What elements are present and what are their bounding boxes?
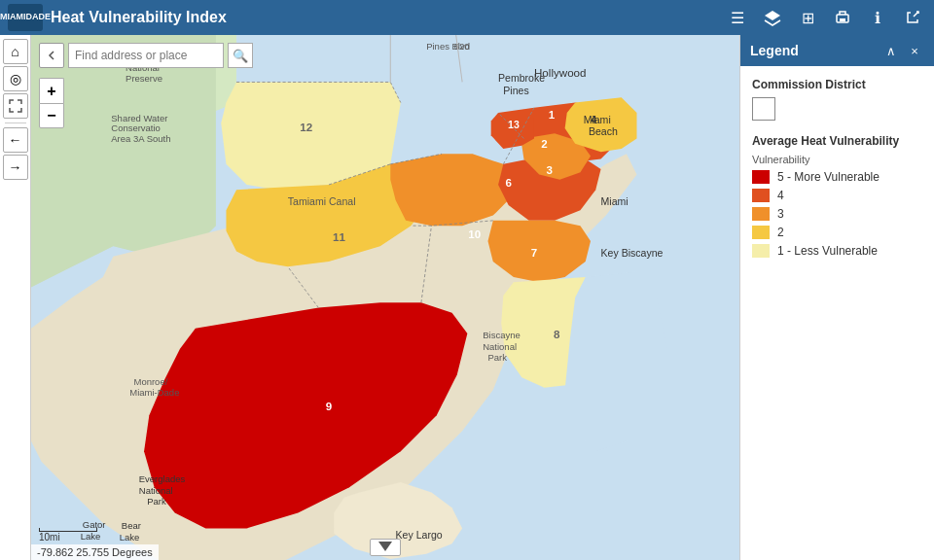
legend-item: 4 bbox=[752, 189, 922, 202]
expand-button[interactable] bbox=[370, 539, 401, 556]
svg-text:Key Biscayne: Key Biscayne bbox=[601, 247, 664, 259]
svg-text:Biscayne: Biscayne bbox=[483, 330, 520, 340]
svg-text:12: 12 bbox=[300, 121, 312, 133]
logo-line1: MIAMI bbox=[0, 13, 26, 22]
legend-swatch bbox=[752, 244, 770, 258]
legend-close-button[interactable]: × bbox=[905, 41, 924, 60]
zoom-controls: + − bbox=[39, 78, 64, 128]
svg-text:4: 4 bbox=[591, 114, 596, 125]
forward-button[interactable]: → bbox=[3, 155, 28, 180]
nav-back-button[interactable] bbox=[39, 43, 64, 68]
info-button[interactable]: ℹ bbox=[864, 4, 891, 31]
fullscreen-button[interactable] bbox=[3, 93, 28, 119]
legend-swatch bbox=[752, 207, 770, 221]
list-view-button[interactable]: ☰ bbox=[724, 4, 751, 31]
svg-text:Preserve: Preserve bbox=[126, 73, 162, 84]
avg-heat-vulnerability-title: Average Heat Vulnerability bbox=[752, 134, 922, 148]
svg-text:Tamiami Canal: Tamiami Canal bbox=[288, 195, 356, 207]
svg-text:8: 8 bbox=[554, 328, 560, 340]
svg-text:11: 11 bbox=[333, 230, 345, 243]
layers-button[interactable] bbox=[759, 4, 786, 31]
svg-text:National: National bbox=[483, 341, 517, 352]
svg-text:6: 6 bbox=[505, 176, 512, 189]
main-layout: ⌂ ◎ ← → bbox=[0, 35, 934, 560]
legend-title: Legend bbox=[750, 43, 799, 58]
legend-item: 1 - Less Vulnerable bbox=[752, 244, 922, 258]
legend-controls: ∧ × bbox=[881, 41, 924, 60]
scale-bar: 10mi bbox=[39, 528, 97, 542]
svg-text:National: National bbox=[139, 485, 173, 496]
page-title: Heat Vulnerability Index bbox=[51, 9, 716, 26]
legend-collapse-button[interactable]: ∧ bbox=[881, 41, 901, 60]
svg-text:Key Largo: Key Largo bbox=[396, 529, 443, 541]
svg-text:Monroe/: Monroe/ bbox=[134, 376, 168, 387]
map-container[interactable]: Hollywood Pembroke Pines Miami Beach Mia… bbox=[31, 35, 739, 560]
logo-line2: DADE bbox=[26, 13, 52, 22]
svg-text:Lake: Lake bbox=[120, 532, 140, 542]
legend-swatch bbox=[752, 226, 770, 239]
print-button[interactable] bbox=[829, 4, 856, 31]
svg-text:Miami: Miami bbox=[601, 195, 629, 207]
svg-text:Area 3A South: Area 3A South bbox=[111, 133, 170, 144]
back-button[interactable]: ← bbox=[3, 127, 28, 153]
svg-text:Bear: Bear bbox=[122, 520, 141, 531]
coordinates-display: -79.862 25.755 Degrees bbox=[31, 544, 159, 560]
svg-text:Miami-Dade: Miami-Dade bbox=[129, 387, 179, 398]
svg-text:Park: Park bbox=[488, 352, 508, 363]
left-toolbar: ⌂ ◎ ← → bbox=[0, 35, 31, 560]
svg-text:Everglades: Everglades bbox=[139, 473, 186, 484]
legend-item-label: 2 bbox=[777, 226, 784, 239]
svg-text:Miami: Miami bbox=[584, 114, 611, 125]
grid-view-button[interactable]: ⊞ bbox=[794, 4, 821, 31]
coordinate-text: -79.862 25.755 Degrees bbox=[37, 546, 153, 558]
legend-swatch bbox=[752, 189, 770, 202]
share-button[interactable] bbox=[899, 4, 926, 31]
svg-text:3: 3 bbox=[547, 163, 554, 176]
legend-item-label: 5 - More Vulnerable bbox=[777, 170, 880, 184]
svg-text:7: 7 bbox=[531, 246, 537, 259]
svg-text:620: 620 bbox=[454, 41, 470, 52]
home-button[interactable]: ⌂ bbox=[3, 39, 28, 64]
legend-item-label: 3 bbox=[777, 207, 784, 221]
legend-item-label: 4 bbox=[777, 189, 784, 202]
gps-button[interactable]: ◎ bbox=[3, 66, 28, 91]
svg-text:2: 2 bbox=[541, 137, 547, 150]
search-input[interactable] bbox=[68, 43, 224, 68]
search-bar: 🔍 bbox=[39, 43, 253, 68]
svg-text:Conservatio: Conservatio bbox=[111, 122, 161, 133]
svg-text:Shared Water: Shared Water bbox=[111, 113, 167, 123]
app-header: MIAMI DADE Heat Vulnerability Index ☰ ⊞ … bbox=[0, 0, 934, 35]
svg-text:10: 10 bbox=[468, 228, 481, 240]
svg-text:Pines: Pines bbox=[503, 85, 528, 96]
legend-content: Commission District Average Heat Vulnera… bbox=[740, 66, 934, 560]
legend-panel: Legend ∧ × Commission District Average H… bbox=[739, 35, 934, 560]
svg-text:9: 9 bbox=[326, 400, 333, 412]
search-button[interactable]: 🔍 bbox=[228, 43, 253, 68]
svg-text:1: 1 bbox=[549, 108, 556, 121]
legend-item: 2 bbox=[752, 226, 922, 239]
legend-header: Legend ∧ × bbox=[740, 35, 934, 66]
svg-text:Park: Park bbox=[147, 496, 166, 507]
vulnerability-sub-label: Vulnerability bbox=[752, 154, 810, 165]
zoom-out-button[interactable]: − bbox=[39, 103, 64, 128]
legend-swatch bbox=[752, 170, 770, 184]
commission-district-icon bbox=[752, 97, 775, 121]
legend-items-list: 5 - More Vulnerable 4 3 2 1 - Less Vulne… bbox=[752, 170, 922, 258]
legend-item: 5 - More Vulnerable bbox=[752, 170, 922, 184]
svg-rect-1 bbox=[840, 18, 845, 21]
zoom-in-button[interactable]: + bbox=[39, 78, 64, 103]
scale-label: 10mi bbox=[39, 532, 60, 542]
svg-marker-73 bbox=[378, 542, 392, 551]
commission-district-title: Commission District bbox=[752, 78, 922, 91]
svg-text:Pembroke: Pembroke bbox=[498, 72, 545, 84]
svg-text:13: 13 bbox=[508, 119, 520, 130]
app-logo: MIAMI DADE bbox=[8, 4, 43, 31]
map-svg: Hollywood Pembroke Pines Miami Beach Mia… bbox=[31, 35, 739, 560]
legend-item: 3 bbox=[752, 207, 922, 221]
legend-item-label: 1 - Less Vulnerable bbox=[777, 244, 878, 258]
vulnerability-label-row: Vulnerability bbox=[752, 154, 922, 165]
svg-text:Beach: Beach bbox=[589, 125, 618, 137]
